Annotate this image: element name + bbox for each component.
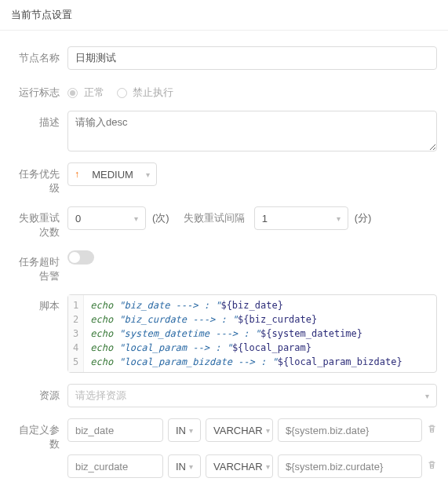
param-row: IN▾VARCHAR▾ xyxy=(67,454,437,478)
label-timeout-alarm: 任务超时告警 xyxy=(11,250,67,283)
chevron-down-icon: ▾ xyxy=(134,214,138,223)
param-type-select[interactable]: VARCHAR▾ xyxy=(206,418,273,442)
param-value-input[interactable] xyxy=(278,418,422,442)
label-script: 脚本 xyxy=(11,294,67,313)
label-node-name: 节点名称 xyxy=(11,46,67,65)
priority-value: MEDIUM xyxy=(92,169,133,181)
chevron-down-icon: ▾ xyxy=(266,426,270,435)
label-custom-params: 自定义参数 xyxy=(11,418,67,451)
retry-interval-select[interactable]: 1 ▾ xyxy=(254,206,348,230)
retry-count-unit: (次) xyxy=(152,211,169,225)
chevron-down-icon: ▾ xyxy=(266,462,270,471)
retry-interval-unit: (分) xyxy=(355,211,372,225)
runflag-forbid-radio[interactable]: 禁止执行 xyxy=(117,86,174,100)
resource-select[interactable]: 请选择资源 ▾ xyxy=(67,384,437,407)
chevron-down-icon: ▾ xyxy=(337,214,341,223)
chevron-down-icon: ▾ xyxy=(189,462,193,471)
param-type-value: VARCHAR xyxy=(213,425,263,436)
timeout-alarm-toggle[interactable] xyxy=(67,250,94,265)
retry-count-select[interactable]: 0 ▾ xyxy=(67,206,146,230)
runflag-normal-radio[interactable]: 正常 xyxy=(67,86,104,100)
node-name-input[interactable] xyxy=(67,46,437,70)
param-type-select[interactable]: VARCHAR▾ xyxy=(206,454,273,478)
priority-select[interactable]: ↑ MEDIUM ▾ xyxy=(67,162,157,186)
param-name-input[interactable] xyxy=(67,418,163,442)
label-desc: 描述 xyxy=(11,111,67,130)
label-retry-interval: 失败重试间隔 xyxy=(184,211,245,225)
radio-label: 正常 xyxy=(84,86,104,98)
radio-icon xyxy=(67,88,78,98)
label-priority: 任务优先级 xyxy=(11,162,67,195)
script-gutter: 12345 xyxy=(68,295,84,372)
page-title: 当前节点设置 xyxy=(0,0,448,31)
param-dir-select[interactable]: IN▾ xyxy=(168,418,201,442)
script-content[interactable]: echo "biz_date ---> : "${biz_date}echo "… xyxy=(84,295,408,372)
radio-icon xyxy=(117,88,127,98)
param-dir-value: IN xyxy=(176,461,186,473)
retry-count-value: 0 xyxy=(75,213,81,224)
chevron-down-icon: ▾ xyxy=(189,426,193,435)
radio-label: 禁止执行 xyxy=(133,86,173,98)
chevron-down-icon: ▾ xyxy=(146,170,150,179)
param-name-input[interactable] xyxy=(67,454,163,478)
resource-placeholder: 请选择资源 xyxy=(75,389,126,403)
desc-textarea[interactable] xyxy=(67,111,437,151)
label-resource: 资源 xyxy=(11,384,67,403)
param-type-value: VARCHAR xyxy=(213,461,263,473)
script-editor[interactable]: 12345 echo "biz_date ---> : "${biz_date}… xyxy=(67,294,437,373)
label-retry-count: 失败重试次数 xyxy=(11,206,67,239)
param-value-input[interactable] xyxy=(278,454,422,478)
param-dir-select[interactable]: IN▾ xyxy=(168,454,201,478)
param-delete-button[interactable] xyxy=(427,460,437,473)
param-row: IN▾VARCHAR▾ xyxy=(67,418,437,442)
retry-interval-value: 1 xyxy=(262,213,268,224)
param-dir-value: IN xyxy=(176,425,186,436)
arrow-up-icon: ↑ xyxy=(75,169,79,180)
label-run-flag: 运行标志 xyxy=(11,81,67,100)
param-delete-button[interactable] xyxy=(427,424,437,436)
chevron-down-icon: ▾ xyxy=(425,392,429,400)
